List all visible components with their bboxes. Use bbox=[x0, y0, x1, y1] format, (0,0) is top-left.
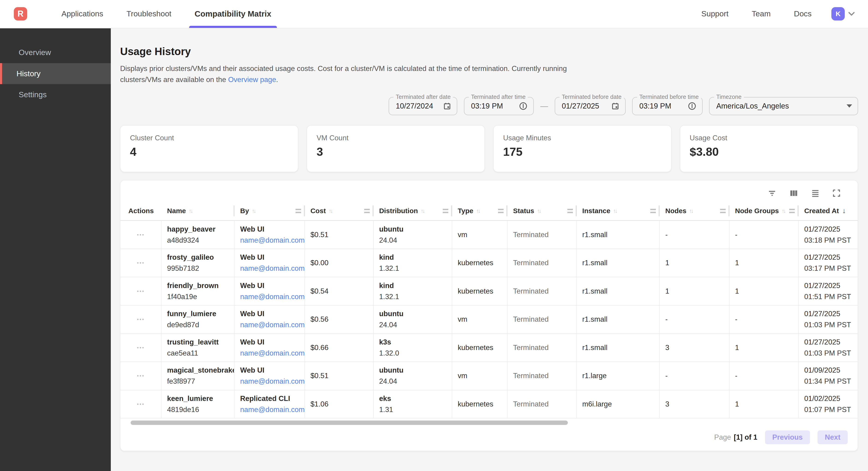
col-header-name[interactable]: Name↑↓ bbox=[161, 201, 235, 220]
column-menu-icon[interactable] bbox=[567, 209, 573, 213]
table-row: •••trusting_leavittcae5ea11Web UIname@do… bbox=[121, 334, 858, 362]
actions-cell: ••• bbox=[121, 362, 161, 390]
col-header-instance[interactable]: Instance↑↓ bbox=[577, 201, 660, 220]
cell-id: 4819de16 bbox=[167, 404, 234, 415]
nav-link-support[interactable]: Support bbox=[702, 9, 728, 18]
row-actions-button[interactable]: ••• bbox=[137, 260, 145, 266]
created_date-cell: 01/27/202501:51 PM PST bbox=[799, 277, 858, 305]
sort-icon[interactable]: ↑↓ bbox=[189, 208, 192, 214]
col-header-cost[interactable]: Cost↑↓ bbox=[305, 201, 374, 220]
row-actions-button[interactable]: ••• bbox=[137, 373, 145, 379]
sidebar-item-overview[interactable]: Overview bbox=[0, 42, 111, 63]
timezone-select[interactable]: Timezone America/Los_Angeles bbox=[709, 97, 858, 115]
cell-id: a48d9324 bbox=[167, 235, 234, 246]
cell-id: cae5ea11 bbox=[167, 348, 234, 359]
row-actions-button[interactable]: ••• bbox=[137, 232, 145, 238]
cell-name: trusting_leavitt bbox=[167, 337, 234, 348]
column-menu-icon[interactable] bbox=[443, 209, 448, 213]
terminated-before-time-field[interactable]: Terminated before time 03:19 PM bbox=[632, 97, 702, 115]
col-header-distribution[interactable]: Distribution↑↓ bbox=[374, 201, 452, 220]
fullscreen-icon[interactable] bbox=[832, 189, 841, 198]
col-header-by[interactable]: By↑↓ bbox=[235, 201, 305, 220]
nav-right: Support Team Docs K bbox=[678, 0, 855, 28]
cell-name: funny_lumiere bbox=[167, 308, 234, 319]
sort-desc-icon[interactable]: ↓ bbox=[842, 207, 846, 215]
column-menu-icon[interactable] bbox=[498, 209, 503, 213]
sort-icon[interactable]: ↑↓ bbox=[476, 208, 479, 214]
horizontal-scrollbar bbox=[121, 418, 858, 427]
row-email-link[interactable]: name@domain.com bbox=[240, 376, 305, 387]
nav-link-team[interactable]: Team bbox=[752, 9, 771, 18]
cell-version: 1.32.1 bbox=[379, 291, 452, 302]
cell-by: Web UI bbox=[240, 224, 305, 235]
nodes-cell: 1 bbox=[660, 249, 730, 277]
cell-nodes: 1 bbox=[665, 286, 729, 297]
clock-icon[interactable] bbox=[682, 101, 696, 110]
column-menu-icon[interactable] bbox=[789, 209, 795, 213]
table-header: Actions Name↑↓ By↑↓ Cost↑↓ Distribution↑… bbox=[121, 201, 858, 221]
sidebar-item-history[interactable]: History bbox=[0, 63, 111, 84]
row-actions-button[interactable]: ••• bbox=[137, 345, 145, 351]
terminated-after-time-field[interactable]: Terminated after time 03:19 PM bbox=[464, 97, 534, 115]
nav-item-troubleshoot[interactable]: Troubleshoot bbox=[121, 0, 177, 28]
row-actions-button[interactable]: ••• bbox=[137, 401, 145, 407]
column-menu-icon[interactable] bbox=[720, 209, 726, 213]
column-menu-icon[interactable] bbox=[296, 209, 301, 213]
page-description: Displays prior clusters/VMs and their as… bbox=[120, 63, 858, 85]
avatar[interactable]: K bbox=[831, 7, 845, 21]
sort-icon[interactable]: ↑↓ bbox=[689, 208, 692, 214]
cell-created_date: 01/02/2025 bbox=[804, 393, 858, 404]
table-row: •••funny_lumierede9ed87dWeb UIname@domai… bbox=[121, 305, 858, 334]
created_date-cell: 01/27/202503:18 PM PST bbox=[799, 221, 858, 248]
cost-cell: $0.51 bbox=[305, 362, 374, 390]
cell-node_groups: 1 bbox=[735, 257, 798, 268]
col-header-nodes[interactable]: Nodes↑↓ bbox=[660, 201, 730, 220]
brand-letter: R bbox=[18, 9, 24, 19]
cell-type: vm bbox=[458, 229, 507, 240]
instance-cell: r1.small bbox=[577, 305, 660, 333]
terminated-before-date-field[interactable]: Terminated before date 01/27/2025 bbox=[555, 97, 626, 115]
row-email-link[interactable]: name@domain.com bbox=[240, 263, 305, 274]
cell-by: Web UI bbox=[240, 252, 305, 263]
nav-item-applications[interactable]: Applications bbox=[56, 0, 109, 28]
column-menu-icon[interactable] bbox=[650, 209, 656, 213]
chevron-down-icon[interactable] bbox=[848, 12, 855, 16]
nav-link-docs[interactable]: Docs bbox=[794, 9, 812, 18]
sort-icon[interactable]: ↑↓ bbox=[782, 208, 785, 214]
row-actions-button[interactable]: ••• bbox=[137, 316, 145, 322]
row-email-link[interactable]: name@domain.com bbox=[240, 404, 305, 415]
col-header-created-at[interactable]: Created At↓ bbox=[799, 201, 858, 220]
columns-icon[interactable] bbox=[789, 188, 799, 198]
col-header-type[interactable]: Type↑↓ bbox=[452, 201, 507, 220]
row-email-link[interactable]: name@domain.com bbox=[240, 235, 305, 246]
next-button[interactable]: Next bbox=[817, 431, 847, 444]
overview-page-link[interactable]: Overview page bbox=[228, 76, 276, 84]
brand-logo[interactable]: R bbox=[14, 7, 27, 21]
sidebar-item-settings[interactable]: Settings bbox=[0, 84, 111, 105]
sort-icon[interactable]: ↑↓ bbox=[329, 208, 332, 214]
filter-icon[interactable] bbox=[767, 188, 777, 198]
cell-type: vm bbox=[458, 314, 507, 325]
cell-version: 24.04 bbox=[379, 235, 452, 246]
calendar-icon[interactable] bbox=[606, 102, 619, 110]
sort-icon[interactable]: ↑↓ bbox=[421, 208, 424, 214]
nav-item-compatibility-matrix[interactable]: Compatibility Matrix bbox=[189, 0, 277, 28]
terminated-after-date-field[interactable]: Terminated after date 10/27/2024 bbox=[389, 97, 457, 115]
previous-button[interactable]: Previous bbox=[765, 431, 810, 444]
sort-icon[interactable]: ↑↓ bbox=[252, 208, 255, 214]
clock-icon[interactable] bbox=[513, 101, 528, 110]
calendar-icon[interactable] bbox=[437, 102, 451, 110]
sort-icon[interactable]: ↑↓ bbox=[613, 208, 616, 214]
column-menu-icon[interactable] bbox=[364, 209, 370, 213]
sort-icon[interactable]: ↑↓ bbox=[537, 208, 540, 214]
col-header-status[interactable]: Status↑↓ bbox=[507, 201, 577, 220]
row-email-link[interactable]: name@domain.com bbox=[240, 348, 305, 359]
cell-instance: r1.small bbox=[582, 257, 659, 268]
density-icon[interactable] bbox=[811, 188, 820, 198]
cell-type: kubernetes bbox=[458, 286, 507, 297]
row-actions-button[interactable]: ••• bbox=[137, 288, 145, 294]
scrollbar-thumb[interactable] bbox=[131, 420, 568, 425]
row-email-link[interactable]: name@domain.com bbox=[240, 291, 305, 302]
row-email-link[interactable]: name@domain.com bbox=[240, 319, 305, 330]
col-header-node-groups[interactable]: Node Groups↑↓ bbox=[730, 201, 799, 220]
